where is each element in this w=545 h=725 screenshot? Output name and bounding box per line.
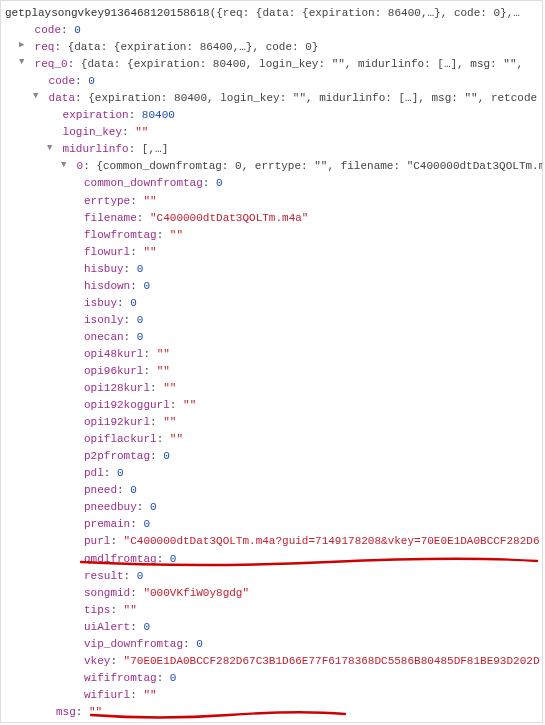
row[interactable]: opi192koggurl: ""	[5, 397, 542, 414]
chevron-down-icon[interactable]	[61, 159, 70, 173]
row-retcode[interactable]: retcode: 0	[5, 721, 542, 723]
row[interactable]: p2pfromtag: 0	[5, 448, 542, 465]
row-code[interactable]: code: 0	[5, 22, 542, 39]
chevron-down-icon[interactable]	[19, 56, 28, 70]
row[interactable]: hisdown: 0	[5, 278, 542, 295]
chevron-right-icon[interactable]	[19, 39, 28, 53]
console-object-view[interactable]: getplaysongvkey9136468120158618({req: {d…	[0, 0, 543, 723]
row[interactable]: errtype: ""	[5, 193, 542, 210]
row[interactable]: wifiurl: ""	[5, 687, 542, 704]
row[interactable]: opiflackurl: ""	[5, 431, 542, 448]
row[interactable]: qmdlfromtag: 0	[5, 551, 542, 568]
row-req0[interactable]: req_0: {data: {expiration: 80400, login_…	[5, 56, 542, 73]
row-item0[interactable]: 0: {common_downfromtag: 0, errtype: "", …	[5, 158, 542, 175]
row[interactable]: pneed: 0	[5, 482, 542, 499]
row[interactable]: vip_downfromtag: 0	[5, 636, 542, 653]
row[interactable]: opi192kurl: ""	[5, 414, 542, 431]
row[interactable]: onecan: 0	[5, 329, 542, 346]
row[interactable]: premain: 0	[5, 516, 542, 533]
row[interactable]: isonly: 0	[5, 312, 542, 329]
row-purl[interactable]: purl: "C400000dtDat3QOLTm.m4a?guid=71491…	[5, 533, 542, 550]
row[interactable]: pdl: 0	[5, 465, 542, 482]
row-midurlinfo[interactable]: midurlinfo: [,…]	[5, 141, 542, 158]
row[interactable]: result: 0	[5, 568, 542, 585]
row[interactable]: uiAlert: 0	[5, 619, 542, 636]
row-msg[interactable]: msg: ""	[5, 704, 542, 721]
chevron-down-icon[interactable]	[33, 90, 42, 104]
row[interactable]: opi96kurl: ""	[5, 363, 542, 380]
row-code2[interactable]: code: 0	[5, 73, 542, 90]
row[interactable]: common_downfromtag: 0	[5, 175, 542, 192]
row[interactable]: wififromtag: 0	[5, 670, 542, 687]
row[interactable]: vkey: "70E0E1DA0BCCF282D67C3B1D66E77F617…	[5, 653, 542, 670]
row[interactable]: pneedbuy: 0	[5, 499, 542, 516]
row[interactable]: flowfromtag: ""	[5, 227, 542, 244]
fn-header[interactable]: getplaysongvkey9136468120158618({req: {d…	[5, 5, 542, 22]
row-loginkey[interactable]: login_key: ""	[5, 124, 542, 141]
row[interactable]: isbuy: 0	[5, 295, 542, 312]
chevron-down-icon[interactable]	[47, 142, 56, 156]
row-expiration[interactable]: expiration: 80400	[5, 107, 542, 124]
row[interactable]: opi48kurl: ""	[5, 346, 542, 363]
row[interactable]: opi128kurl: ""	[5, 380, 542, 397]
row[interactable]: flowurl: ""	[5, 244, 542, 261]
row[interactable]: tips: ""	[5, 602, 542, 619]
row-data[interactable]: data: {expiration: 80400, login_key: "",…	[5, 90, 542, 107]
row-req[interactable]: req: {data: {expiration: 86400,…}, code:…	[5, 39, 542, 56]
row[interactable]: filename: "C400000dtDat3QOLTm.m4a"	[5, 210, 542, 227]
row[interactable]: songmid: "000VKfiW0y8gdg"	[5, 585, 542, 602]
row[interactable]: hisbuy: 0	[5, 261, 542, 278]
